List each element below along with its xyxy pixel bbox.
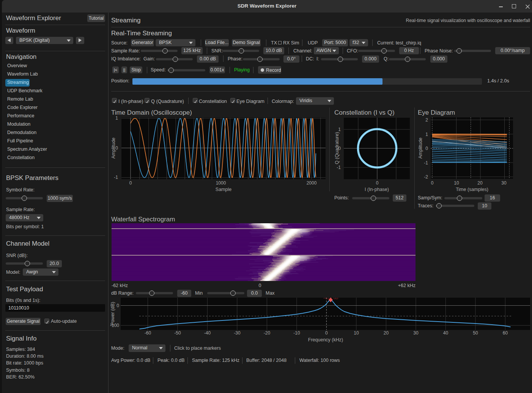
svg-text:-40.7 dB: -40.7 dB (323, 298, 338, 300)
